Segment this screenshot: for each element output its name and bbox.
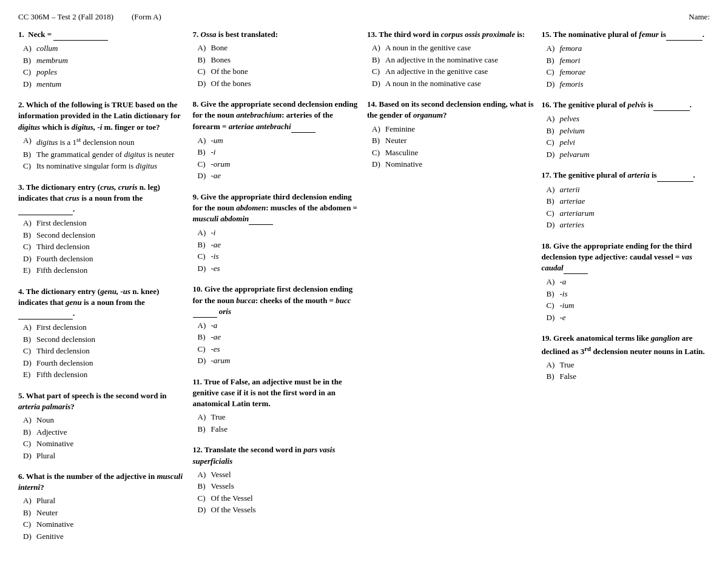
list-item: B)The grammatical gender of digitus is n… (23, 149, 187, 161)
question-10: 10. Give the appropriate first declensio… (193, 284, 362, 367)
question-13: 13. The third word in corpus ossis proxi… (367, 29, 536, 89)
list-item: D)Of the Vessels (198, 504, 362, 516)
list-item: A)-um (198, 135, 362, 147)
list-item: D)-arum (198, 355, 362, 367)
list-item: D)-es (198, 263, 362, 275)
list-item: C)-es (198, 343, 362, 355)
list-item: B)-i (198, 146, 362, 158)
q4-options: A)First declension B)Second declension C… (23, 321, 187, 381)
q2-options: A)digitus is a 1st declension noun B)The… (23, 135, 187, 172)
list-item: A)Bone (198, 42, 362, 54)
q14-options: A)Feminine B)Neuter C)Masculine D)Nomina… (372, 123, 536, 170)
q17-title: The genitive plural of arteria is . (553, 170, 695, 179)
q1-options: A)collum B)membrum C)poples D)mentum (23, 42, 187, 90)
list-item: D)pelvarum (547, 149, 710, 161)
question-2: 2. Which of the following is TRUE based … (18, 99, 187, 172)
list-item: B)femori (547, 55, 710, 67)
q5-number: 5. (18, 391, 26, 400)
q7-options: A)Bone B)Bones C)Of the bone D)Of the bo… (198, 42, 362, 89)
q3-number: 3. (18, 182, 26, 192)
form-label: (Form A) (132, 12, 161, 22)
q3-title: The dictionary entry (crus, cruris n. le… (18, 182, 160, 213)
page-header: CC 306M – Test 2 (Fall 2018) (Form A) Na… (18, 12, 710, 22)
q15-options: A)femora B)femori C)femorae D)femoris (547, 42, 710, 90)
q18-options: A)-a B)-is C)-ium D)-e (547, 276, 710, 323)
q14-number: 14. (367, 99, 379, 109)
q12-title: Translate the second word in pars vasis … (193, 445, 335, 465)
q12-number: 12. (193, 445, 204, 454)
list-item: D)-ae (198, 170, 362, 182)
list-item: B)-ae (198, 331, 362, 343)
question-4: 4. The dictionary entry (genu, -us n. kn… (18, 286, 187, 381)
list-item: C)Its nominative singular form is digitu… (23, 160, 187, 172)
list-item: A)Feminine (372, 123, 536, 135)
q14-title: Based on its second declension ending, w… (367, 99, 534, 119)
q2-number: 2. (18, 100, 26, 109)
list-item: B)Vessels (198, 480, 362, 492)
question-7: 7. Ossa is best translated: A)Bone B)Bon… (193, 29, 362, 89)
list-item: A)pelves (547, 113, 710, 125)
q8-number: 8. (193, 99, 201, 109)
list-item: A)True (198, 411, 362, 423)
list-item: C)Masculine (372, 147, 536, 159)
q15-number: 15. (542, 30, 553, 39)
list-item: B)Neuter (372, 135, 536, 147)
list-item: A)True (547, 359, 710, 371)
list-item: C)Nominative (23, 438, 187, 450)
q5-title: What part of speech is the second word i… (18, 391, 167, 411)
q4-number: 4. (18, 287, 26, 296)
list-item: C)Of the Vessel (198, 492, 362, 504)
q7-number: 7. (193, 30, 201, 39)
q18-title: Give the appropriate ending for the thir… (542, 241, 693, 272)
question-1: 1. Neck = A)collum B)membrum C)poples D)… (18, 29, 187, 90)
list-item: D)mentum (23, 78, 187, 90)
q6-title: What is the number of the adjective in m… (18, 472, 183, 492)
q9-title: Give the appropriate third declension en… (193, 192, 358, 223)
list-item: A)Noun (23, 414, 187, 426)
q6-number: 6. (18, 472, 26, 481)
name-field: Name: (689, 12, 710, 22)
q16-title: The genitive plural of pelvis is . (553, 100, 692, 109)
q9-number: 9. (193, 192, 201, 201)
q17-number: 17. (542, 170, 553, 179)
question-17: 17. The genitive plural of arteria is . … (542, 170, 710, 230)
q16-options: A)pelves B)pelvium C)pelvi D)pelvarum (547, 113, 710, 160)
list-item: A)digitus is a 1st declension noun (23, 135, 187, 149)
list-item: D)femoris (547, 78, 710, 90)
q11-number: 11. (193, 377, 204, 386)
q8-title: Give the appropriate second declension e… (193, 99, 358, 130)
q16-number: 16. (542, 100, 553, 109)
q15-title: The nominative plural of femur is . (553, 30, 704, 39)
q11-title: True of False, an adjective must be in t… (193, 377, 342, 408)
q19-options: A)True B)False (547, 359, 710, 383)
list-item: E)Fifth declension (23, 369, 187, 381)
list-item: B)False (198, 423, 362, 435)
list-item: A)-a (198, 319, 362, 332)
q2-title: Which of the following is TRUE based on … (18, 100, 180, 131)
list-item: E)Fifth declension (23, 264, 187, 276)
list-item: D)Genitive (23, 530, 187, 543)
list-item: C)Of the bone (198, 65, 362, 78)
list-item: B)Adjective (23, 426, 187, 438)
q13-options: A)A noun in the genitive case B)An adjec… (372, 42, 536, 89)
q17-options: A)arterii B)arteriae C)arteriarum D)arte… (547, 184, 710, 231)
question-8: 8. Give the appropriate second declensio… (193, 99, 362, 182)
column-2: 7. Ossa is best translated: A)Bone B)Bon… (193, 29, 362, 520)
list-item: B)pelvium (547, 125, 710, 137)
list-item: C)-orum (198, 158, 362, 170)
question-12: 12. Translate the second word in pars va… (193, 444, 362, 515)
list-item: A)Vessel (198, 469, 362, 481)
list-item: D)Nominative (372, 158, 536, 170)
q10-options: A)-a B)-ae C)-es D)-arum (198, 319, 362, 367)
list-item: A)-a (547, 276, 710, 288)
question-16: 16. The genitive plural of pelvis is . A… (542, 99, 710, 160)
question-19: 19. Greek anatomical terms like ganglion… (542, 333, 710, 383)
column-1: 1. Neck = A)collum B)membrum C)poples D)… (18, 29, 187, 546)
list-item: B)An adjective in the nominative case (372, 54, 536, 66)
list-item: C)-is (198, 250, 362, 263)
list-item: B)-is (547, 288, 710, 300)
list-item: B)Bones (198, 54, 362, 66)
list-item: D)A noun in the nominative case (372, 78, 536, 90)
list-item: B)arteriae (547, 195, 710, 207)
list-item: C)An adjective in the genitive case (372, 65, 536, 78)
